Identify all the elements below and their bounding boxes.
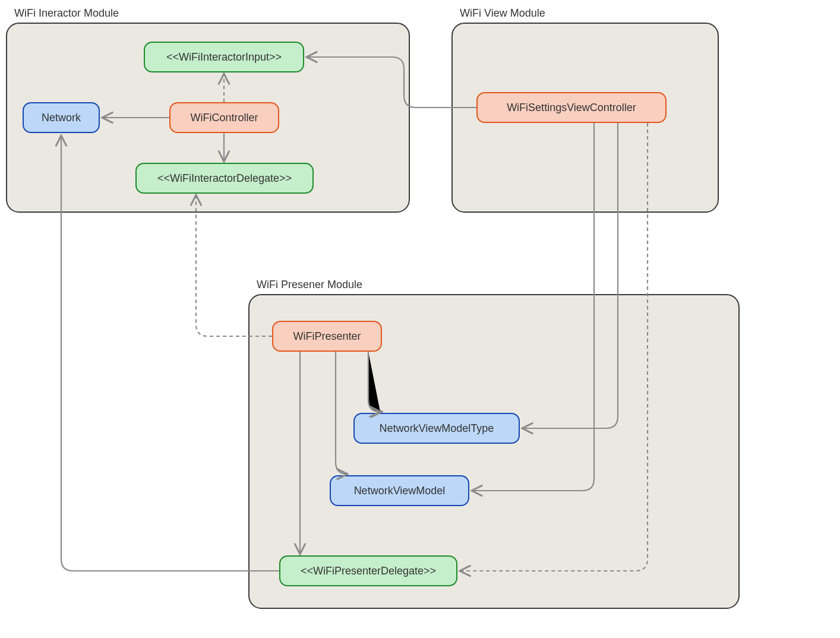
node-network-vm-type: NetworkViewModelType: [353, 413, 520, 444]
node-wifi-controller: WiFiController: [169, 102, 279, 133]
module-view-label: WiFi View Module: [460, 7, 545, 20]
node-interactor-delegate: <<WiFiInteractorDelegate>>: [135, 163, 314, 194]
node-network-vm: NetworkViewModel: [330, 475, 469, 506]
node-presenter-delegate: <<WiFiPresenterDelegate>>: [279, 555, 457, 586]
module-presenter-label: WiFi Presener Module: [257, 279, 362, 291]
diagram-canvas: WiFi Ineractor Module WiFi View Module W…: [0, 0, 840, 638]
node-wifi-presenter: WiFiPresenter: [272, 321, 382, 352]
module-interactor-label: WiFi Ineractor Module: [14, 7, 119, 20]
node-network: Network: [23, 102, 100, 133]
node-settings-vc: WiFiSettingsViewController: [476, 92, 667, 123]
node-interactor-input: <<WiFiInteractorInput>>: [144, 42, 304, 72]
